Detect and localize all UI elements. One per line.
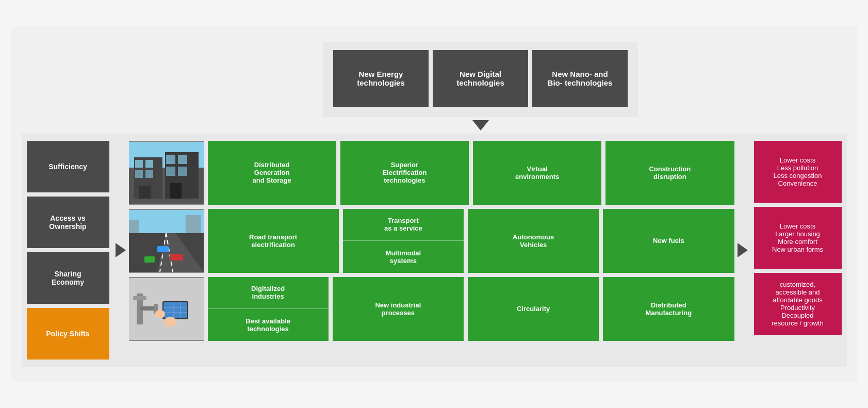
svg-rect-23 [186,215,201,233]
green-cell-distributed: Distributed Generation and Storage [208,141,336,205]
center-content: Distributed Generation and Storage Super… [129,141,734,360]
top-box-digital: New Digital technologies [433,50,528,107]
arrow-right-left-icon [116,243,126,257]
green-cell-road-transport: Road transport electrification [208,209,339,273]
green-cell-virtual: Virtual environments [473,141,601,205]
svg-rect-27 [140,306,156,311]
svg-point-36 [164,317,176,327]
main-section: Sufficiency Access vs Ownership Sharing … [22,134,847,367]
svg-rect-4 [135,160,143,168]
svg-rect-20 [170,254,183,260]
svg-rect-21 [144,256,155,263]
right-box-larger-housing: Lower costs Larger housing More comfort … [754,207,842,269]
green-cell-upper-digitalized: Digitalizedindustries [208,277,329,309]
green-cell-construction: Construction disruption [605,141,734,205]
right-box-lower-costs: Lower costs Less pollution Less congesti… [754,141,842,203]
svg-rect-30 [163,302,187,318]
green-cell-new-fuels: New fuels [603,209,734,273]
svg-rect-12 [139,186,151,199]
svg-rect-22 [129,220,139,233]
svg-point-35 [155,310,165,318]
green-cell-lower-multimodal: Multimodalsystems [343,241,464,273]
image-industrial [129,277,204,341]
top-box-nano: New Nano- and Bio- technologies [532,50,628,107]
center-row-1: Distributed Generation and Storage Super… [129,141,734,205]
main-wrapper: New Energy technologies New Digital tech… [11,26,857,382]
left-column: Sufficiency Access vs Ownership Sharing … [27,141,109,360]
green-cell-autonomous: Autonomous Vehicles [468,209,599,273]
svg-rect-9 [145,170,153,178]
left-box-sufficiency: Sufficiency [27,141,109,192]
green-cell-lower-best: Best availabletechnologies [208,309,329,341]
image-building [129,141,204,205]
svg-rect-8 [135,170,143,178]
image-road [129,209,204,273]
arrow-right-right-icon [738,243,748,257]
svg-rect-6 [166,155,175,164]
left-box-sharing: Sharing Economy [27,252,109,304]
left-box-access: Access vs Ownership [27,197,109,248]
green-cell-transport-service: Transportas a service Multimodalsystems [343,209,464,273]
top-box-energy: New Energy technologies [333,50,429,107]
green-cell-industrial: New industrial processes [333,277,464,341]
svg-rect-13 [170,183,182,199]
svg-rect-26 [133,296,146,300]
left-box-policy: Policy Shifts [27,308,109,360]
svg-rect-19 [157,246,169,252]
top-boxes-container: New Energy technologies New Digital tech… [323,42,638,117]
green-cell-circularity: Circularity [468,277,599,341]
arrow-right-right-container [734,141,751,360]
svg-rect-5 [145,160,153,168]
right-column: Lower costs Less pollution Less congesti… [754,141,842,360]
arrow-down-icon [472,120,489,130]
svg-rect-10 [166,167,175,176]
right-box-customized: customized, accessible and affordable go… [754,273,842,335]
arrow-down-container [22,120,847,130]
center-row-2: Road transport electrification Transport… [129,209,734,273]
arrow-right-left-container [112,141,129,360]
center-row-3: Digitalizedindustries Best availabletech… [129,277,734,341]
svg-rect-11 [178,167,187,176]
green-cell-distributed-mfg: Distributed Manufacturing [603,277,734,341]
top-section: New Energy technologies New Digital tech… [22,37,847,117]
svg-rect-7 [178,155,187,164]
green-cell-digitalized: Digitalizedindustries Best availabletech… [208,277,329,341]
green-cell-upper-transport: Transportas a service [343,209,464,241]
green-cell-superior: Superior Electrification technologies [340,141,469,205]
